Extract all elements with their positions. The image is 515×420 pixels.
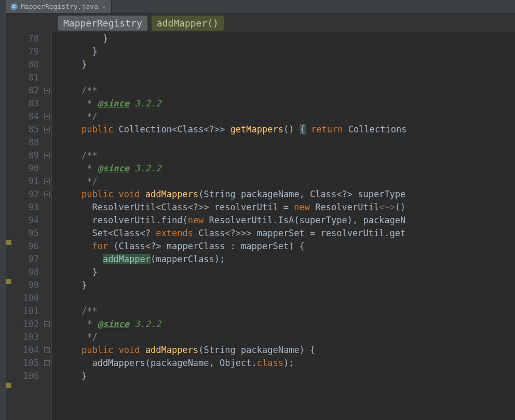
tab-filename: MapperRegistry.java xyxy=(21,3,98,10)
close-tab-icon[interactable]: × xyxy=(102,3,106,10)
code-line: } xyxy=(60,279,515,292)
code-line: resolverUtil.find(new ResolverUtil.IsA(s… xyxy=(60,214,515,227)
code-line: public Collection<Class<?>> getMappers()… xyxy=(60,123,515,136)
code-line: Set<Class<? extends Class<?>>> mapperSet… xyxy=(60,227,515,240)
file-tab-mapperregistry[interactable]: C MapperRegistry.java × xyxy=(6,0,112,13)
code-line: } xyxy=(60,370,515,383)
left-tool-stripe xyxy=(0,0,6,420)
fold-toggle-icon[interactable]: − xyxy=(44,347,50,353)
line-number-gutter: 78 79 80 81 82 83 84 85 88 89 90 91 92 9… xyxy=(6,32,52,420)
code-line: */ xyxy=(60,331,515,344)
code-line: } xyxy=(60,32,515,45)
code-line: public void addMappers(String packageNam… xyxy=(60,344,515,357)
java-class-icon: C xyxy=(10,3,18,10)
code-line: addMappers(packageName, Object.class); xyxy=(60,357,515,370)
fold-toggle-icon[interactable]: − xyxy=(44,179,50,184)
code-line: addMapper(mapperClass); xyxy=(60,253,515,266)
code-line: */ xyxy=(60,175,515,188)
code-line: ResolverUtil<Class<?>> resolverUtil = ne… xyxy=(60,201,515,214)
editor-tab-bar: C MapperRegistry.java × xyxy=(6,0,515,13)
code-line: } xyxy=(60,266,515,279)
fold-toggle-icon[interactable]: + xyxy=(44,127,50,132)
breadcrumb-method[interactable]: addMapper() xyxy=(152,16,224,31)
breadcrumb-bar: MapperRegistry addMapper() xyxy=(6,13,515,32)
code-line: } xyxy=(60,58,515,71)
code-line: /** xyxy=(60,84,515,97)
code-line: } xyxy=(60,45,515,58)
fold-column: − − + − − − − − − xyxy=(43,32,51,420)
fold-toggle-icon[interactable]: − xyxy=(44,360,50,366)
code-line xyxy=(60,292,515,305)
code-line xyxy=(60,71,515,84)
code-line: */ xyxy=(60,110,515,123)
code-line xyxy=(60,136,515,149)
code-line: /** xyxy=(60,149,515,162)
code-line: * @since 3.2.2 xyxy=(60,97,515,110)
code-line: public void addMappers(String packageNam… xyxy=(60,188,515,201)
code-line: * @since 3.2.2 xyxy=(60,162,515,175)
code-line: /** xyxy=(60,305,515,318)
breadcrumb-class[interactable]: MapperRegistry xyxy=(58,16,147,31)
fold-toggle-icon[interactable]: − xyxy=(44,321,50,327)
fold-toggle-icon[interactable]: − xyxy=(44,153,50,158)
code-editor[interactable]: } } } /** * @since 3.2.2 */ public Colle… xyxy=(52,32,515,420)
fold-toggle-icon[interactable]: − xyxy=(44,114,50,119)
fold-toggle-icon[interactable]: − xyxy=(44,192,50,197)
editor-area[interactable]: 78 79 80 81 82 83 84 85 88 89 90 91 92 9… xyxy=(6,32,515,420)
code-line: * @since 3.2.2 xyxy=(60,318,515,331)
code-line: for (Class<?> mapperClass : mapperSet) { xyxy=(60,240,515,253)
gutter-change-marks xyxy=(6,32,12,420)
fold-toggle-icon[interactable]: − xyxy=(44,88,50,93)
